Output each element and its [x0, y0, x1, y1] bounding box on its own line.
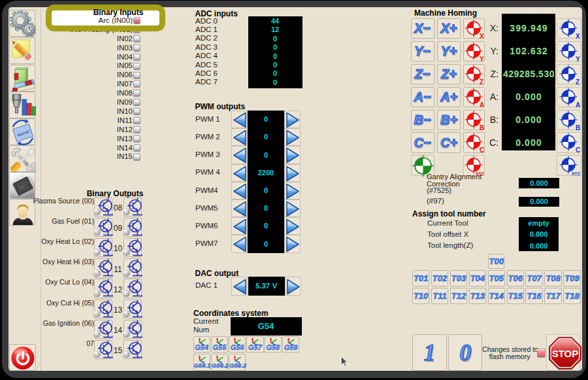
svg-text:STOP: STOP	[552, 348, 579, 359]
svg-text:B: B	[576, 124, 580, 131]
svg-text:Y: Y	[576, 55, 580, 62]
svg-text:XYZ: XYZ	[572, 171, 580, 176]
svg-text:C: C	[576, 147, 580, 154]
svg-text:Z: Z	[576, 78, 580, 85]
svg-text:X: X	[576, 32, 580, 39]
svg-text:A: A	[576, 101, 580, 108]
